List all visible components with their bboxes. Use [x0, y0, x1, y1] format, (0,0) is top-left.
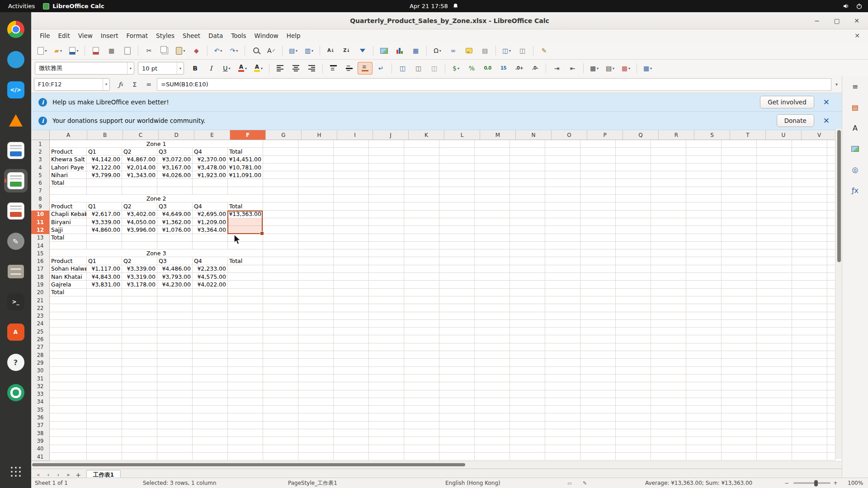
- cell-H14[interactable]: [298, 242, 334, 249]
- cell-partial-29[interactable]: [827, 359, 835, 366]
- cell-C23[interactable]: [122, 312, 157, 320]
- cell-L3[interactable]: [439, 156, 475, 164]
- cell-C37[interactable]: [122, 422, 157, 429]
- cell-U32[interactable]: [757, 382, 792, 390]
- cell-F6[interactable]: [228, 179, 263, 187]
- cell-I30[interactable]: [334, 367, 369, 375]
- cell-K35[interactable]: [404, 406, 439, 413]
- cell-T7[interactable]: [722, 187, 757, 195]
- row-header-14[interactable]: 14: [31, 242, 50, 250]
- cell-A12[interactable]: Sajji: [50, 226, 87, 234]
- cell-L9[interactable]: [439, 202, 475, 210]
- cell-V13[interactable]: [792, 234, 827, 242]
- column-header-H[interactable]: H: [302, 130, 337, 140]
- row-header-1[interactable]: 1: [31, 140, 50, 148]
- cell-R12[interactable]: [651, 226, 686, 234]
- cell-R28[interactable]: [651, 351, 686, 359]
- cell-A27[interactable]: [50, 343, 87, 351]
- cell-partial-6[interactable]: [827, 179, 835, 187]
- row-header-7[interactable]: 7: [31, 187, 50, 195]
- cell-A35[interactable]: [50, 406, 87, 413]
- cell-A6[interactable]: Total: [50, 179, 87, 187]
- cell-Q25[interactable]: [616, 328, 651, 335]
- close-infobar-icon[interactable]: ✕: [823, 98, 830, 107]
- cell-A22[interactable]: [50, 304, 87, 312]
- cell-H25[interactable]: [298, 328, 334, 335]
- cell-D29[interactable]: [157, 359, 193, 366]
- close-document-icon[interactable]: ✕: [851, 32, 863, 39]
- cell-H30[interactable]: [298, 367, 334, 375]
- menu-item-format[interactable]: Format: [123, 31, 152, 41]
- cell-J14[interactable]: [369, 242, 404, 249]
- cell-P7[interactable]: [580, 187, 616, 195]
- row-header-25[interactable]: 25: [31, 328, 50, 336]
- cell-H22[interactable]: [298, 304, 334, 312]
- cell-P20[interactable]: [580, 289, 616, 296]
- cell-M17[interactable]: [475, 265, 510, 273]
- cell-K25[interactable]: [404, 328, 439, 335]
- cell-G14[interactable]: [263, 242, 298, 249]
- cell-Q6[interactable]: [616, 179, 651, 187]
- cell-N13[interactable]: [510, 234, 545, 242]
- cell-K8[interactable]: [404, 195, 439, 202]
- get-involved-button[interactable]: Get involved: [760, 96, 814, 108]
- cell-T31[interactable]: [722, 375, 757, 382]
- cell-C38[interactable]: [122, 429, 157, 437]
- column-header-T[interactable]: T: [730, 130, 766, 140]
- cell-M25[interactable]: [475, 328, 510, 335]
- cell-P37[interactable]: [580, 422, 616, 429]
- cell-J8[interactable]: [369, 195, 404, 202]
- cell-N9[interactable]: [510, 202, 545, 210]
- cell-P18[interactable]: [580, 273, 616, 281]
- cell-D2[interactable]: Q3: [157, 148, 193, 155]
- cell-H24[interactable]: [298, 320, 334, 328]
- cell-R4[interactable]: [651, 164, 686, 171]
- status-language[interactable]: English (Hong Kong): [445, 480, 500, 486]
- cell-N1[interactable]: [510, 140, 545, 148]
- cell-S20[interactable]: [686, 289, 722, 296]
- cell-G39[interactable]: [263, 437, 298, 445]
- cell-S40[interactable]: [686, 445, 722, 453]
- cell-T6[interactable]: [722, 179, 757, 187]
- cell-O9[interactable]: [545, 202, 580, 210]
- cell-partial-40[interactable]: [827, 445, 835, 453]
- cell-J24[interactable]: [369, 320, 404, 328]
- minimize-button[interactable]: −: [812, 16, 822, 26]
- cell-G9[interactable]: [263, 202, 298, 210]
- cell-J11[interactable]: [369, 218, 404, 226]
- cell-P2[interactable]: [580, 148, 616, 155]
- cell-R5[interactable]: [651, 171, 686, 179]
- cell-P6[interactable]: [580, 179, 616, 187]
- cell-R18[interactable]: [651, 273, 686, 281]
- cell-N27[interactable]: [510, 343, 545, 351]
- cell-C10[interactable]: ¥3,402.00: [122, 211, 157, 218]
- cell-B29[interactable]: [87, 359, 122, 366]
- cell-D34[interactable]: [157, 398, 193, 406]
- cell-L28[interactable]: [439, 351, 475, 359]
- cell-G19[interactable]: [263, 281, 298, 288]
- align-right-icon[interactable]: [304, 62, 319, 75]
- cell-G3[interactable]: [263, 156, 298, 164]
- cell-L35[interactable]: [439, 406, 475, 413]
- cell-K4[interactable]: [404, 164, 439, 171]
- cell-B21[interactable]: [87, 296, 122, 304]
- cell-F19[interactable]: [228, 281, 263, 288]
- dropdown-arrow-icon[interactable]: ▾: [183, 49, 185, 53]
- cell-U19[interactable]: [757, 281, 792, 288]
- cell-K2[interactable]: [404, 148, 439, 155]
- dropdown-arrow-icon[interactable]: ▾: [45, 49, 47, 53]
- cell-M8[interactable]: [475, 195, 510, 202]
- cell-E10[interactable]: ¥2,695.00: [193, 211, 228, 218]
- cell-N30[interactable]: [510, 367, 545, 375]
- cell-T11[interactable]: [722, 218, 757, 226]
- cell-C29[interactable]: [122, 359, 157, 366]
- cell-P24[interactable]: [580, 320, 616, 328]
- dock-item-libreoffice-writer[interactable]: [4, 139, 28, 162]
- cell-O37[interactable]: [545, 422, 580, 429]
- cell-M20[interactable]: [475, 289, 510, 296]
- cell-M11[interactable]: [475, 218, 510, 226]
- cell-Q34[interactable]: [616, 398, 651, 406]
- cell-G4[interactable]: [263, 164, 298, 171]
- grid-corner[interactable]: [31, 130, 50, 140]
- cell-U25[interactable]: [757, 328, 792, 335]
